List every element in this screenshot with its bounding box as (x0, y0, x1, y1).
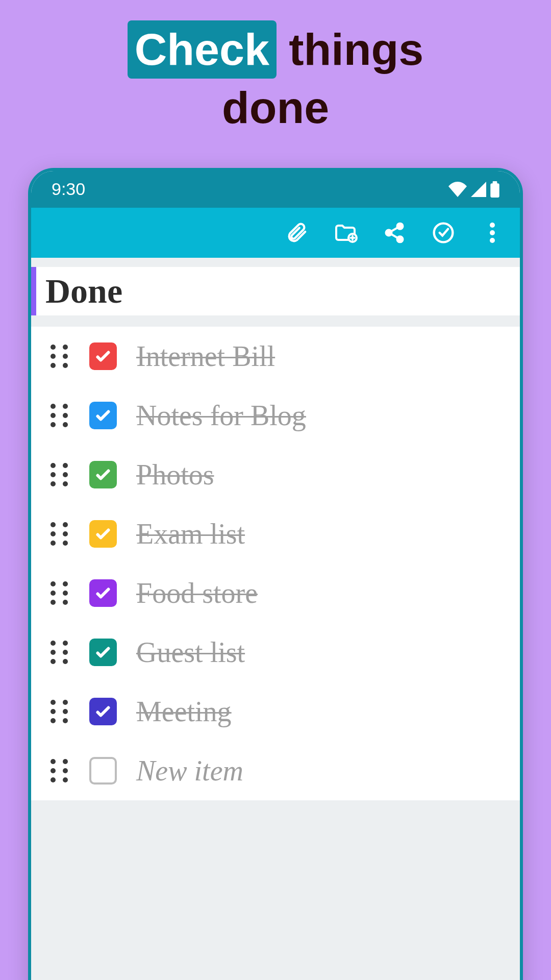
svg-point-8 (490, 230, 495, 235)
note-content: Done Internet Bill Notes for Blog Photos (31, 258, 520, 980)
list-item[interactable]: Notes for Blog (31, 386, 520, 445)
item-label: Notes for Blog (136, 399, 306, 432)
item-label: Exam list (136, 518, 245, 550)
drag-handle-icon[interactable] (51, 700, 70, 723)
svg-point-9 (490, 238, 495, 243)
new-item-placeholder: New item (136, 754, 243, 787)
overflow-menu-icon[interactable] (480, 220, 505, 245)
svg-point-3 (397, 223, 403, 229)
checkbox[interactable] (89, 402, 117, 429)
note-title: Done (45, 271, 511, 311)
checkbox[interactable] (89, 579, 117, 607)
drag-handle-icon[interactable] (51, 759, 70, 782)
svg-point-7 (490, 223, 495, 228)
svg-point-4 (386, 230, 392, 235)
svg-rect-0 (490, 183, 499, 198)
list-item[interactable]: Meeting (31, 682, 520, 741)
checkbox[interactable] (89, 461, 117, 488)
drag-handle-icon[interactable] (51, 463, 70, 486)
new-item-row[interactable]: New item (31, 741, 520, 800)
promo-text-2: done (222, 82, 329, 133)
share-icon[interactable] (382, 220, 407, 245)
checkbox[interactable] (89, 520, 117, 548)
list-item[interactable]: Internet Bill (31, 327, 520, 386)
svg-rect-1 (493, 181, 497, 184)
item-label: Guest list (136, 636, 245, 669)
svg-point-5 (397, 236, 403, 242)
promo-heading: Check things done (0, 0, 551, 168)
drag-handle-icon[interactable] (51, 345, 70, 368)
folder-add-icon[interactable] (333, 220, 358, 245)
promo-highlight: Check (128, 20, 277, 79)
attach-icon[interactable] (284, 220, 309, 245)
item-label: Meeting (136, 695, 232, 728)
drag-handle-icon[interactable] (51, 404, 70, 427)
item-label: Photos (136, 458, 214, 491)
list-item[interactable]: Photos (31, 445, 520, 504)
battery-icon (490, 181, 499, 198)
status-time: 9:30 (52, 179, 85, 199)
promo-text-1: things (289, 24, 423, 75)
list-item[interactable]: Exam list (31, 504, 520, 564)
drag-handle-icon[interactable] (51, 581, 70, 605)
app-toolbar (31, 208, 520, 258)
device-frame: 9:30 Done (28, 168, 523, 980)
check-all-icon[interactable] (431, 220, 456, 245)
signal-icon (471, 182, 486, 197)
checklist: Internet Bill Notes for Blog Photos Exam… (31, 327, 520, 800)
checkbox[interactable] (89, 342, 117, 370)
list-item[interactable]: Food store (31, 564, 520, 623)
note-title-bar[interactable]: Done (31, 267, 520, 315)
item-label: Food store (136, 577, 258, 609)
checkbox[interactable] (89, 639, 117, 666)
status-icons (448, 181, 499, 198)
checkbox[interactable] (89, 698, 117, 725)
item-label: Internet Bill (136, 340, 275, 373)
wifi-icon (448, 182, 467, 197)
checkbox-empty[interactable] (89, 757, 117, 785)
status-bar: 9:30 (31, 171, 520, 208)
drag-handle-icon[interactable] (51, 522, 70, 546)
drag-handle-icon[interactable] (51, 641, 70, 664)
list-item[interactable]: Guest list (31, 623, 520, 682)
